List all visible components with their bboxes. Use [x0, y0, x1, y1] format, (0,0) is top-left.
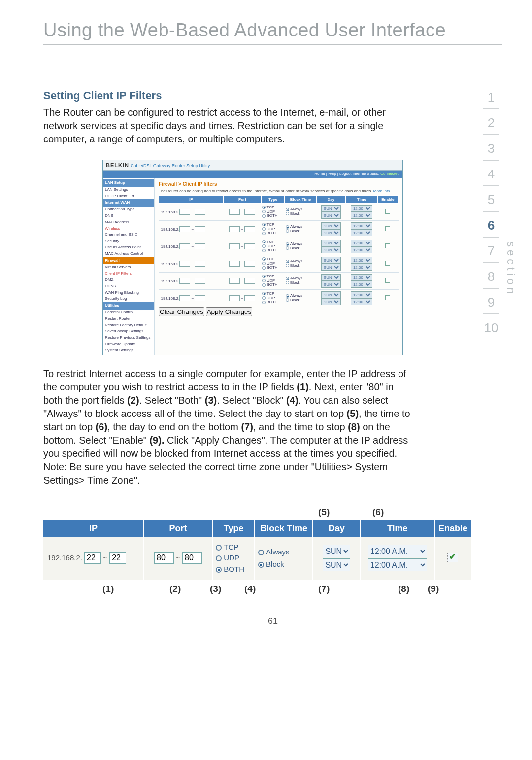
- ip-from-input[interactable]: [179, 226, 190, 232]
- day-end-select[interactable]: SUN: [321, 212, 341, 219]
- blocktime-radio[interactable]: [286, 225, 289, 229]
- type-radio[interactable]: [262, 257, 266, 261]
- time-start-select[interactable]: 12:00 A.M.: [351, 222, 372, 229]
- section-nav-5[interactable]: 5: [480, 186, 502, 211]
- enable-checkbox[interactable]: [385, 243, 390, 248]
- sidebar-item[interactable]: DMZ: [103, 277, 154, 283]
- day-end-select[interactable]: SUN: [321, 298, 341, 305]
- enable-checkbox[interactable]: [385, 295, 390, 300]
- ip-from-input[interactable]: [84, 552, 101, 564]
- port-to-input[interactable]: [244, 226, 255, 232]
- ip-to-input[interactable]: [195, 243, 205, 249]
- topbar-links[interactable]: Home | Help | Logout Internet Status:: [314, 172, 380, 176]
- port-to-input[interactable]: [244, 278, 255, 284]
- sidebar-item[interactable]: Restore Factory Default: [103, 322, 154, 329]
- blocktime-radio[interactable]: [286, 212, 289, 215]
- ip-from-input[interactable]: [179, 295, 190, 301]
- sidebar-item[interactable]: WAN Ping Blocking: [103, 290, 154, 296]
- day-start-select[interactable]: SUN: [321, 257, 341, 264]
- time-start-select[interactable]: 12:00 A.M.: [351, 274, 372, 281]
- blocktime-radio[interactable]: [286, 294, 289, 298]
- time-end-select[interactable]: 12:00 A.M.: [351, 281, 372, 288]
- ip-to-input[interactable]: [195, 226, 205, 232]
- sidebar-item[interactable]: System Settings: [103, 347, 154, 354]
- port-from-input[interactable]: [229, 261, 240, 267]
- blocktime-radio[interactable]: [286, 229, 289, 233]
- section-nav-10[interactable]: 10: [480, 314, 502, 339]
- time-start-select[interactable]: 12:00 A.M.: [368, 545, 427, 557]
- blocktime-radio[interactable]: [258, 550, 264, 555]
- sidebar-item[interactable]: Internet WAN: [103, 199, 154, 207]
- sidebar-item[interactable]: Restart Router: [103, 316, 154, 322]
- ip-from-input[interactable]: [179, 278, 190, 284]
- sidebar-item[interactable]: DHCP Client List: [103, 193, 154, 200]
- sidebar-item[interactable]: MAC Address: [103, 219, 154, 226]
- day-start-select[interactable]: SUN: [321, 291, 341, 298]
- sidebar-item[interactable]: Firmware Update: [103, 341, 154, 347]
- type-radio[interactable]: [262, 301, 266, 304]
- day-end-select[interactable]: SUN: [323, 558, 350, 571]
- enable-checkbox[interactable]: [385, 261, 390, 266]
- type-radio[interactable]: [262, 292, 266, 295]
- day-end-select[interactable]: SUN: [321, 246, 341, 253]
- type-radio[interactable]: [262, 266, 266, 270]
- time-end-select[interactable]: 12:00 A.M.: [351, 298, 372, 305]
- type-radio[interactable]: [262, 210, 266, 213]
- ip-from-input[interactable]: [179, 243, 190, 249]
- type-radio[interactable]: [216, 555, 222, 561]
- day-start-select[interactable]: SUN: [321, 240, 341, 246]
- ip-to-input[interactable]: [195, 278, 205, 284]
- section-nav-9[interactable]: 9: [480, 289, 502, 313]
- type-radio[interactable]: [262, 232, 266, 235]
- type-radio[interactable]: [216, 545, 222, 551]
- day-end-select[interactable]: SUN: [321, 281, 341, 288]
- type-radio[interactable]: [262, 244, 266, 248]
- sidebar-item[interactable]: LAN Settings: [103, 187, 154, 193]
- blocktime-radio[interactable]: [286, 281, 289, 284]
- sidebar-item[interactable]: Use as Access Point: [103, 244, 154, 251]
- time-end-select[interactable]: 12:00 A.M.: [351, 229, 372, 236]
- sidebar-item[interactable]: DNS: [103, 213, 154, 219]
- type-radio[interactable]: [262, 279, 266, 282]
- sidebar-item[interactable]: Parental Control: [103, 310, 154, 316]
- port-to-input[interactable]: [182, 552, 202, 564]
- day-start-select[interactable]: SUN: [323, 545, 350, 557]
- type-radio[interactable]: [262, 296, 266, 300]
- time-start-select[interactable]: 12:00 A.M.: [351, 257, 372, 264]
- port-from-input[interactable]: [229, 295, 240, 301]
- sidebar-item[interactable]: MAC Address Control: [103, 251, 154, 257]
- ip-to-input[interactable]: [195, 295, 205, 301]
- apply-changes-button[interactable]: Apply Changes: [206, 307, 252, 316]
- type-radio[interactable]: [262, 275, 266, 278]
- sidebar-item[interactable]: LAN Setup: [103, 179, 154, 187]
- port-from-input[interactable]: [154, 552, 174, 564]
- sidebar-item[interactable]: Virtual Servers: [103, 264, 154, 271]
- day-start-select[interactable]: SUN: [321, 205, 341, 212]
- sidebar-item[interactable]: Utilities: [103, 302, 154, 310]
- ip-from-input[interactable]: [179, 261, 190, 267]
- ip-to-input[interactable]: [109, 552, 126, 564]
- sidebar-item[interactable]: Client IP Filters: [103, 271, 154, 277]
- port-to-input[interactable]: [244, 209, 255, 215]
- sidebar-item[interactable]: Restore Previous Settings: [103, 335, 154, 341]
- enable-checkbox[interactable]: [385, 226, 390, 231]
- section-nav-8[interactable]: 8: [480, 263, 502, 288]
- type-radio[interactable]: [262, 227, 266, 231]
- enable-checkbox[interactable]: [385, 209, 390, 214]
- more-info-link[interactable]: More Info: [373, 189, 390, 193]
- sidebar-item[interactable]: Connection Type: [103, 207, 154, 213]
- sidebar-item[interactable]: Save/Backup Settings: [103, 328, 154, 335]
- section-nav-6[interactable]: 6: [480, 212, 502, 237]
- type-radio[interactable]: [262, 206, 266, 209]
- type-radio[interactable]: [262, 223, 266, 226]
- port-from-input[interactable]: [229, 226, 240, 232]
- sidebar-item[interactable]: Wireless: [103, 226, 154, 232]
- port-from-input[interactable]: [229, 278, 240, 284]
- time-end-select[interactable]: 12:00 A.M.: [351, 212, 372, 219]
- port-to-input[interactable]: [244, 295, 255, 301]
- blocktime-radio[interactable]: [286, 264, 289, 267]
- day-end-select[interactable]: SUN: [321, 229, 341, 236]
- blocktime-radio[interactable]: [258, 562, 264, 568]
- port-from-input[interactable]: [229, 243, 240, 249]
- type-radio[interactable]: [262, 249, 266, 252]
